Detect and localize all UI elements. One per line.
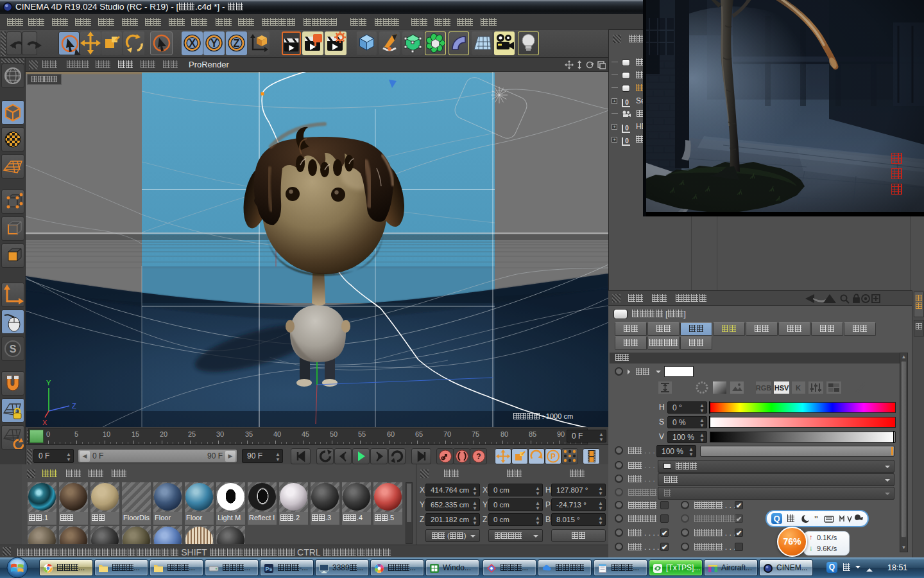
svg-text:S: S (10, 344, 17, 355)
svg-text:Z: Z (72, 402, 76, 410)
svg-text:Ps: Ps (265, 566, 272, 572)
svg-text:K: K (796, 384, 801, 392)
svg-text:P: P (551, 452, 556, 461)
svg-text:Y: Y (46, 379, 51, 387)
svg-text:Y: Y (210, 38, 218, 49)
svg-text:HSV: HSV (774, 384, 789, 392)
svg-text:’’: ’’ (814, 515, 818, 523)
svg-text:X: X (42, 419, 47, 426)
svg-text:?: ? (476, 452, 481, 461)
svg-text:X: X (189, 38, 196, 49)
svg-text:RGB: RGB (756, 384, 772, 392)
svg-text:Z: Z (234, 38, 240, 49)
